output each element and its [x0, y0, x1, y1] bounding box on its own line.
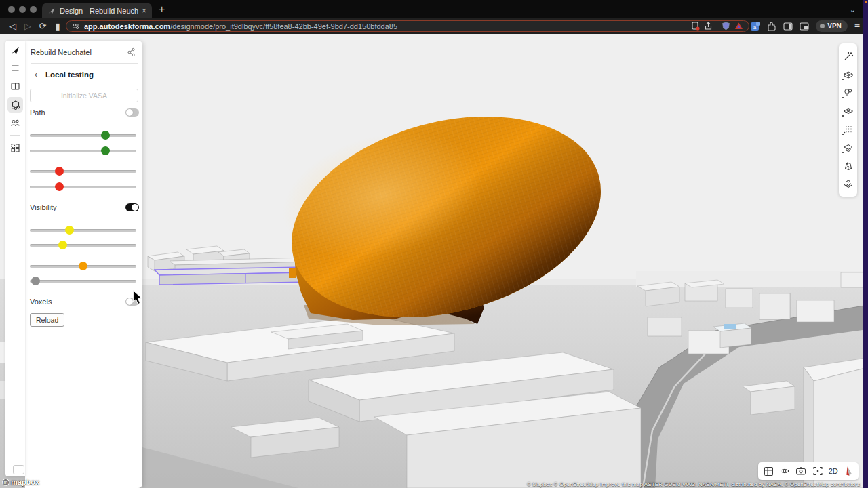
collaborate-people-icon[interactable]	[7, 115, 23, 131]
forma-favicon	[47, 7, 56, 15]
voxel-cubes-icon[interactable]	[839, 175, 857, 193]
minimap-icon[interactable]: ~	[13, 465, 24, 474]
slider-thumb[interactable]	[55, 182, 64, 191]
slider-thumb[interactable]	[55, 167, 64, 176]
browser-tab[interactable]: Design - Rebuild Neuchatel ×	[42, 3, 152, 18]
visibility-toggle[interactable]	[125, 203, 139, 211]
slider-track[interactable]	[30, 150, 136, 152]
map-controls-toolbar: 2D	[758, 462, 859, 480]
share-icon[interactable]	[127, 47, 136, 56]
site-settings-icon[interactable]	[72, 22, 80, 30]
reading-list-icon[interactable]	[800, 22, 809, 31]
project-title: Rebuild Neuchatel	[31, 48, 92, 56]
slider[interactable]	[30, 226, 136, 235]
scenario-hex-icon[interactable]	[7, 97, 23, 113]
translate-icon[interactable]: a	[751, 22, 760, 31]
focus-icon[interactable]	[812, 466, 823, 476]
layout-grid-icon[interactable]	[764, 466, 774, 476]
tab-close-icon[interactable]: ×	[142, 6, 146, 16]
apps-grid-icon[interactable]	[7, 140, 23, 156]
slider-track[interactable]	[30, 244, 136, 247]
reload-button[interactable]: ⟳	[35, 21, 50, 31]
forward-button[interactable]: ▷	[20, 21, 35, 31]
slider-thumb[interactable]	[101, 146, 110, 155]
section-title: Local testing	[45, 70, 94, 79]
url-text: app.autodeskforma.com/designmode/pro_it9…	[84, 22, 687, 30]
tab-search-chevron-icon[interactable]: ⌄	[850, 5, 856, 14]
section-lines-icon[interactable]	[839, 120, 857, 138]
design-toolbar	[839, 43, 857, 197]
bookmark-icon[interactable]: ▮	[50, 21, 65, 31]
slider-track[interactable]	[30, 229, 136, 232]
mapbox-logo[interactable]: m mapbox	[2, 478, 39, 486]
blob-voxel-nub	[289, 268, 296, 278]
mouse-cursor	[131, 290, 144, 305]
slider-thumb[interactable]	[31, 277, 40, 285]
slider-thumb[interactable]	[79, 262, 87, 270]
desktop-edge-strip	[863, 0, 868, 488]
mapbox-logo-icon: m	[2, 479, 9, 486]
panel-divider	[31, 63, 138, 64]
massing-icon[interactable]	[839, 157, 857, 175]
building-block-icon[interactable]	[839, 65, 857, 83]
tab-title: Design - Rebuild Neuchatel	[60, 7, 138, 15]
back-button[interactable]: ◁	[5, 21, 20, 31]
vpn-status-dot	[820, 24, 825, 28]
browser-menu-icon[interactable]: ≡	[854, 21, 860, 32]
extensions-puzzle-icon[interactable]	[767, 22, 776, 31]
back-chevron-icon[interactable]: ‹	[35, 70, 37, 79]
camera-icon[interactable]	[795, 466, 806, 476]
slider[interactable]	[30, 167, 136, 176]
compare-book-icon[interactable]	[7, 79, 23, 94]
reload-voxels-button[interactable]: Reload	[30, 313, 64, 327]
slider[interactable]	[30, 146, 136, 155]
slider[interactable]	[30, 277, 136, 285]
copy-clean-icon[interactable]	[691, 22, 700, 30]
slider-track[interactable]	[30, 280, 136, 283]
vpn-button[interactable]: VPN	[816, 20, 848, 32]
window-close-button[interactable]	[8, 6, 15, 13]
2d-mode-button[interactable]: 2D	[829, 467, 838, 475]
local-testing-panel: Rebuild Neuchatel ‹ Local testing Initia…	[25, 41, 142, 488]
path-toggle[interactable]	[125, 108, 139, 117]
slider[interactable]	[30, 131, 136, 140]
compass-needle-icon[interactable]	[844, 466, 853, 476]
map-attribution[interactable]: © Mapbox © OpenStreetMap Improve this ma…	[527, 481, 860, 487]
mapbox-logo-text: mapbox	[11, 478, 39, 486]
left-icon-rail: ~	[5, 41, 25, 476]
slider-thumb[interactable]	[65, 226, 74, 235]
forma-logo[interactable]	[7, 43, 23, 58]
desktop-edge-dot	[865, 1, 867, 3]
slider-thumb[interactable]	[58, 241, 67, 249]
volume-plane-icon[interactable]	[839, 138, 857, 157]
sidebar-toggle-icon[interactable]	[783, 22, 793, 31]
window-minimize-button[interactable]	[19, 6, 26, 13]
rail-divider	[10, 135, 20, 136]
layer-list-icon[interactable]	[7, 60, 23, 76]
initialize-vasa-button[interactable]: Initialize VASA	[30, 89, 138, 102]
slider-track[interactable]	[30, 134, 136, 137]
selected-building[interactable]	[155, 267, 309, 285]
visibility-eye-icon[interactable]	[779, 466, 790, 476]
browser-actions: a VPN ≡	[751, 19, 860, 33]
vegetation-icon[interactable]	[839, 83, 857, 102]
path-label: Path	[30, 108, 45, 117]
divider	[717, 22, 717, 30]
browser-tab-bar: Design - Rebuild Neuchatel × + ⌄	[0, 0, 868, 18]
terrain-plane-icon[interactable]	[839, 102, 857, 120]
slider-track[interactable]	[30, 170, 136, 173]
new-tab-button[interactable]: +	[159, 3, 165, 16]
ai-wand-icon[interactable]	[839, 47, 857, 65]
address-bar[interactable]: app.autodeskforma.com/designmode/pro_it9…	[66, 20, 749, 32]
window-zoom-button[interactable]	[30, 6, 37, 13]
slider[interactable]	[30, 262, 136, 270]
visibility-label: Visibility	[30, 203, 57, 211]
slider[interactable]	[30, 182, 136, 191]
slider-thumb[interactable]	[101, 131, 110, 140]
brave-shield-icon[interactable]	[722, 22, 730, 30]
slider-track[interactable]	[30, 186, 136, 188]
rewards-triangle-icon[interactable]	[734, 22, 743, 30]
slider[interactable]	[30, 241, 136, 249]
svg-text:a: a	[753, 24, 757, 30]
share-page-icon[interactable]	[704, 22, 713, 30]
